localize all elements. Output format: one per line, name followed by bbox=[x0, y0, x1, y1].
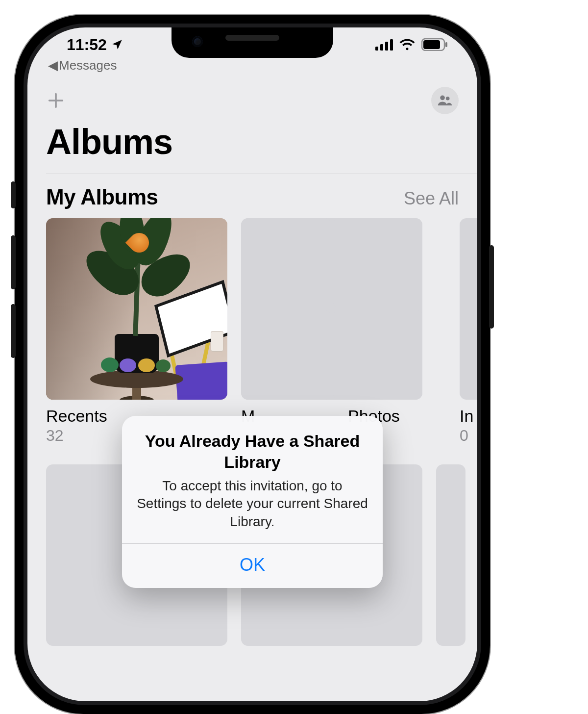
svg-rect-1 bbox=[380, 44, 383, 51]
album-count: 0 bbox=[460, 427, 477, 445]
earpiece-speaker bbox=[225, 35, 279, 41]
alert-dialog: You Already Have a Shared Library To acc… bbox=[122, 416, 383, 588]
album-recents[interactable]: Recents 32 bbox=[46, 218, 227, 445]
album-thumb bbox=[46, 218, 227, 400]
wifi-icon bbox=[399, 39, 416, 51]
svg-point-8 bbox=[446, 97, 450, 101]
volume-down-button[interactable] bbox=[11, 304, 16, 358]
status-time: 11:52 bbox=[67, 36, 107, 54]
power-button[interactable] bbox=[489, 245, 494, 329]
toolbar bbox=[27, 83, 477, 118]
phone-frame: 11:52 bbox=[15, 15, 490, 714]
album-thumb bbox=[460, 218, 477, 400]
album-item[interactable]: In 0 bbox=[460, 218, 477, 445]
alert-message: To accept this invitation, go to Setting… bbox=[136, 477, 369, 531]
volume-up-button[interactable] bbox=[11, 235, 16, 289]
album-name: In bbox=[460, 407, 477, 426]
section-title: My Albums bbox=[46, 185, 158, 209]
svg-rect-6 bbox=[445, 42, 447, 47]
page-title: Albums bbox=[27, 118, 477, 174]
album-thumb[interactable] bbox=[436, 464, 466, 646]
breadcrumb-label: Messages bbox=[59, 58, 117, 73]
see-all-link[interactable]: See All bbox=[404, 188, 459, 209]
cellular-icon bbox=[375, 39, 393, 51]
svg-rect-5 bbox=[423, 40, 440, 49]
phone-bezel: 11:52 bbox=[24, 24, 481, 705]
notch bbox=[172, 27, 333, 58]
chevron-left-icon: ◀ bbox=[48, 58, 58, 73]
alert-title: You Already Have a Shared Library bbox=[136, 431, 369, 472]
albums-row[interactable]: Recents 32 M Photos In bbox=[27, 218, 477, 445]
svg-rect-0 bbox=[375, 47, 378, 51]
shared-library-button[interactable] bbox=[431, 87, 459, 114]
battery-icon bbox=[421, 38, 448, 51]
location-icon bbox=[111, 38, 123, 51]
add-album-button[interactable] bbox=[46, 91, 66, 110]
back-to-app-breadcrumb[interactable]: ◀ Messages bbox=[48, 58, 117, 73]
silence-switch[interactable] bbox=[11, 181, 16, 208]
front-camera bbox=[192, 36, 203, 47]
album-thumb bbox=[241, 218, 422, 400]
screen: 11:52 bbox=[27, 27, 477, 701]
section-header: My Albums See All bbox=[27, 174, 477, 218]
alert-ok-button[interactable]: OK bbox=[122, 544, 383, 588]
svg-rect-2 bbox=[385, 42, 388, 51]
svg-point-7 bbox=[440, 96, 445, 101]
svg-rect-3 bbox=[390, 39, 393, 51]
